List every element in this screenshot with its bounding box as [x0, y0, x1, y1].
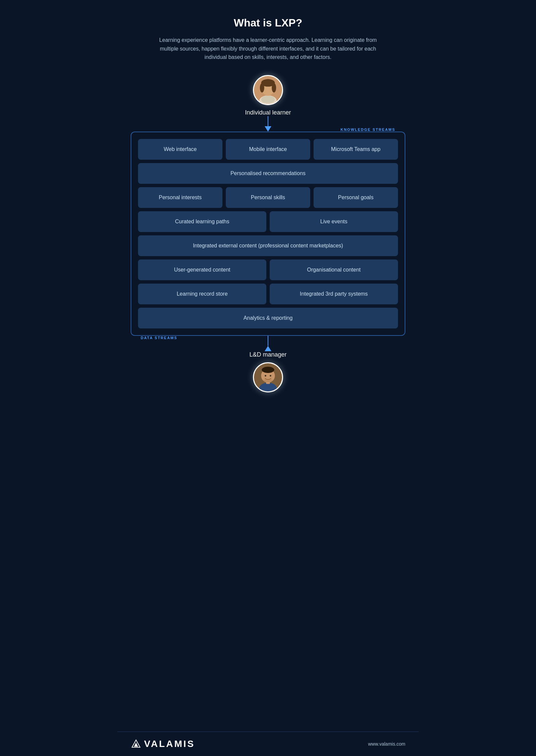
svg-point-14: [265, 375, 266, 377]
grid-section: Web interface Mobile interface Microsoft…: [138, 139, 398, 328]
svg-marker-17: [134, 743, 138, 747]
manager-section: L&D manager: [249, 351, 286, 392]
personal-interests-cell: Personal interests: [138, 187, 222, 208]
individual-learner-label: Individual learner: [245, 109, 291, 116]
footer-url: www.valamis.com: [368, 741, 405, 747]
svg-point-15: [270, 375, 271, 377]
web-interface-cell: Web interface: [138, 139, 222, 160]
svg-point-4: [260, 83, 264, 92]
grid-row-2: Personalised recommendations: [138, 163, 398, 184]
manager-avatar: [253, 362, 283, 392]
grid-row-8: Analytics & reporting: [138, 308, 398, 328]
svg-point-5: [272, 83, 276, 92]
teams-app-cell: Microsoft Teams app: [314, 139, 398, 160]
page-title: What is LXP?: [234, 17, 302, 29]
data-streams-label: DATA STREAMS: [138, 336, 180, 340]
analytics-reporting-cell: Analytics & reporting: [138, 308, 398, 328]
manager-label: L&D manager: [249, 351, 286, 358]
main-content-box: KNOWLEDGE STREAMS DATA STREAMS Web inter…: [131, 132, 405, 336]
svg-point-7: [261, 96, 275, 103]
grid-row-1: Web interface Mobile interface Microsoft…: [138, 139, 398, 160]
personal-skills-cell: Personal skills: [226, 187, 310, 208]
svg-point-12: [262, 367, 274, 373]
footer: VALAMIS www.valamis.com: [117, 732, 419, 756]
grid-row-6: User-generated content Organisational co…: [138, 259, 398, 280]
grid-row-4: Curated learning paths Live events: [138, 211, 398, 232]
learning-record-store-cell: Learning record store: [138, 284, 266, 304]
live-events-cell: Live events: [270, 211, 398, 232]
grid-row-3: Personal interests Personal skills Perso…: [138, 187, 398, 208]
user-generated-content-cell: User-generated content: [138, 259, 266, 280]
integrated-external-content-cell: Integrated external content (professiona…: [138, 235, 398, 256]
arrow-line-up-bottom: [268, 336, 268, 346]
footer-logo: VALAMIS: [131, 739, 195, 749]
mobile-interface-cell: Mobile interface: [226, 139, 310, 160]
valamis-logo-icon: [131, 739, 141, 749]
individual-learner-avatar: [253, 75, 283, 105]
integrated-3rd-party-cell: Integrated 3rd party systems: [270, 284, 398, 304]
curated-learning-paths-cell: Curated learning paths: [138, 211, 266, 232]
grid-row-5: Integrated external content (professiona…: [138, 235, 398, 256]
arrow-down-top: [265, 126, 271, 132]
personal-goals-cell: Personal goals: [314, 187, 398, 208]
arrow-up-bottom: [265, 346, 271, 351]
page-subtitle: Learning experience platforms have a lea…: [151, 36, 385, 62]
arrow-line-down-top: [268, 116, 268, 126]
grid-row-7: Learning record store Integrated 3rd par…: [138, 284, 398, 304]
organisational-content-cell: Organisational content: [270, 259, 398, 280]
individual-learner-section: Individual learner: [245, 75, 291, 116]
personalised-recommendations-cell: Personalised recommendations: [138, 163, 398, 184]
knowledge-streams-label: KNOWLEDGE STREAMS: [338, 128, 398, 132]
